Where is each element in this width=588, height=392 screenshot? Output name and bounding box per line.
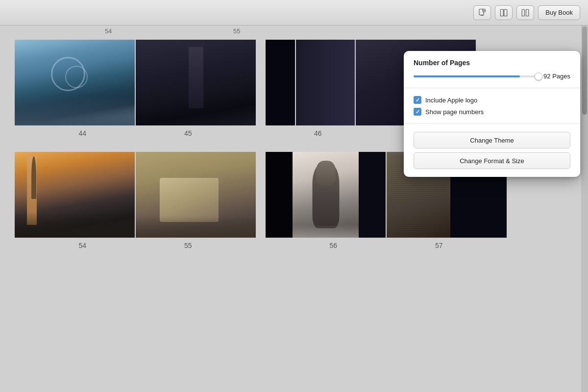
layout-view-button[interactable] [495, 5, 513, 20]
thumb-56-composite[interactable] [266, 152, 386, 238]
content-area: 54 55 44 45 [0, 25, 588, 392]
svg-rect-5 [501, 9, 504, 16]
slider-row: 92 Pages [414, 73, 570, 80]
pages-title: Number of Pages [414, 59, 570, 67]
thumb-55[interactable] [136, 152, 256, 238]
show-page-numbers-label: Show page numbers [425, 108, 484, 116]
slider-value: 92 Pages [543, 73, 570, 80]
slider-fill [414, 75, 520, 77]
page-num-top-54: 54 [105, 27, 112, 35]
change-theme-button[interactable]: Change Theme [414, 132, 570, 148]
page-num-44: 44 [78, 129, 86, 137]
page-num-56: 56 [329, 242, 337, 249]
add-page-button[interactable] [473, 5, 491, 20]
thumb-54[interactable] [15, 152, 135, 238]
thumb-45[interactable] [136, 40, 256, 125]
checkmark-icon: ✓ [416, 97, 420, 103]
scrollbar[interactable] [581, 25, 588, 392]
thumb-44[interactable] [15, 40, 135, 125]
include-apple-logo-row: ✓ Include Apple logo [414, 96, 570, 104]
scrollbar-thumb[interactable] [582, 26, 587, 115]
svg-rect-7 [522, 9, 525, 16]
page-num-54: 54 [78, 242, 86, 249]
show-page-numbers-checkbox[interactable]: ✓ [414, 108, 421, 116]
checkmark-icon-2: ✓ [416, 109, 420, 115]
svg-rect-6 [504, 9, 507, 16]
popover: Number of Pages 92 Pages ✓ Include Apple… [404, 51, 580, 177]
page-group-54-55: 54 55 [15, 152, 256, 249]
page-num-top-55: 55 [233, 27, 240, 35]
thumb-46-composite[interactable] [266, 40, 355, 125]
change-format-button[interactable]: Change Format & Size [414, 152, 570, 169]
thumbnails-44-45 [15, 40, 256, 125]
page-num-45: 45 [184, 129, 192, 137]
buy-book-button[interactable]: Buy Book [538, 5, 580, 20]
buttons-section: Change Theme Change Format & Size [404, 124, 580, 177]
include-apple-logo-checkbox[interactable]: ✓ [414, 96, 421, 104]
slider-thumb[interactable] [535, 73, 542, 80]
options-section: ✓ Include Apple logo ✓ Show page numbers [404, 88, 580, 124]
pages-section: Number of Pages 92 Pages [404, 51, 580, 88]
page-num-46: 46 [314, 129, 322, 137]
include-apple-logo-label: Include Apple logo [425, 97, 477, 104]
page-num-57: 57 [435, 242, 443, 249]
svg-rect-8 [526, 9, 529, 16]
page-num-55: 55 [184, 242, 192, 249]
page-group-44-45: 44 45 [15, 40, 256, 137]
show-page-numbers-row: ✓ Show page numbers [414, 108, 570, 116]
thumbnails-54-55 [15, 152, 256, 238]
pages-slider[interactable] [414, 75, 539, 77]
toolbar: Buy Book [0, 0, 588, 25]
grid-view-button[interactable] [516, 5, 534, 20]
